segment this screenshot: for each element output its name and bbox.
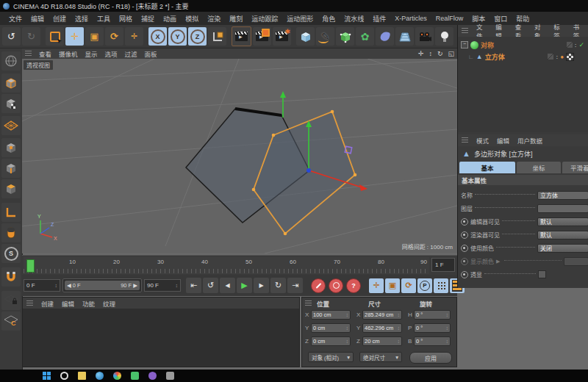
object-name[interactable]: 立方体 — [485, 52, 505, 62]
play-button[interactable]: ▶ — [237, 278, 252, 293]
render-view-button[interactable] — [232, 26, 251, 46]
vp-menu-display[interactable]: 显示 — [85, 49, 98, 58]
attr-menu-edit[interactable]: 编辑 — [497, 136, 509, 145]
mat-menu-edit[interactable]: 编辑 — [62, 299, 74, 308]
menu-mesh[interactable]: 网格 — [115, 14, 137, 24]
radio-icon[interactable] — [461, 231, 468, 239]
coord-mode-dropdown[interactable]: 对象 (相对)▾ — [308, 352, 354, 362]
ruler-strip[interactable]: 0 10 20 30 40 50 60 70 80 90 — [24, 257, 429, 274]
go-to-end-button[interactable]: ⇥ — [287, 278, 303, 293]
tab-phong[interactable]: 平滑着色 — [562, 162, 588, 173]
start-frame-field[interactable]: 0 F↕ — [24, 279, 60, 292]
edge-browser-icon[interactable] — [96, 372, 104, 380]
vp-menu-view[interactable]: 查看 — [39, 49, 51, 58]
render-region-button[interactable] — [253, 27, 271, 46]
key-scale-toggle[interactable]: ▣ — [385, 278, 400, 293]
vp-rotate-icon[interactable]: ↻ — [437, 50, 443, 57]
lock-workplane-button[interactable] — [1, 291, 21, 310]
search-icon[interactable] — [60, 372, 68, 380]
y-axis-lock-button[interactable]: Y — [168, 27, 187, 46]
scale-tool-button[interactable]: ▣ — [85, 27, 104, 46]
panel-grip-icon[interactable] — [25, 51, 32, 57]
next-frame-button[interactable]: ▶ — [254, 278, 269, 293]
vp-menu-panel[interactable]: 面板 — [145, 49, 157, 58]
x-axis-lock-button[interactable]: X — [148, 27, 167, 46]
vp-zoom-icon[interactable]: ↕ — [429, 50, 432, 57]
menu-file[interactable]: 文件 — [4, 14, 26, 24]
render-settings-button[interactable]: ✱ — [273, 27, 291, 46]
snapping-button[interactable] — [1, 267, 21, 286]
keyframe-selection-button[interactable]: ? — [346, 278, 361, 293]
floor-environment-button[interactable] — [395, 27, 414, 46]
editor-visibility-dropdown[interactable]: 默认 — [537, 217, 588, 226]
pos-x-field[interactable]: 100 cm↕ — [311, 310, 351, 320]
visibility-dots-icon[interactable]: : — [556, 54, 558, 60]
points-mode-button[interactable] — [1, 138, 21, 157]
apply-button[interactable]: 应用 — [409, 352, 452, 364]
key-pla-toggle[interactable] — [434, 278, 448, 293]
size-mode-dropdown[interactable]: 绝对尺寸▾ — [359, 352, 402, 362]
polygons-mode-button[interactable] — [1, 179, 21, 198]
rot-p-field[interactable]: 0 °↕ — [414, 323, 451, 333]
visibility-dots-icon[interactable]: : — [575, 42, 577, 48]
pos-y-field[interactable]: 0 cm↕ — [311, 323, 351, 333]
attr-menu-mode[interactable]: 模式 — [476, 136, 489, 145]
radio-icon[interactable] — [461, 271, 468, 278]
menu-animate[interactable]: 动画 — [159, 14, 181, 24]
timeline-ruler[interactable]: 0 10 20 30 40 50 60 70 80 90 1 F — [22, 255, 457, 275]
menu-edit[interactable]: 编辑 — [26, 14, 49, 24]
app-purple-icon[interactable] — [148, 372, 157, 380]
spline-pen-button[interactable]: ✎ — [316, 27, 334, 46]
edges-mode-button[interactable] — [1, 159, 21, 178]
loop-button[interactable]: ↻ — [270, 278, 286, 293]
name-field[interactable]: 立方体 — [537, 191, 588, 200]
symmetry-y-axis-arrow[interactable] — [280, 91, 286, 118]
undo-button[interactable]: ↺ — [2, 27, 21, 46]
playhead[interactable] — [26, 259, 35, 273]
key-position-toggle[interactable]: ✛ — [369, 278, 384, 293]
app-green-icon[interactable] — [131, 372, 139, 380]
soft-selection-button[interactable]: S — [1, 244, 21, 263]
menu-character[interactable]: 角色 — [318, 14, 340, 24]
deformer-button[interactable] — [376, 27, 394, 46]
spinner-icon[interactable]: ↕ — [176, 283, 179, 288]
menu-create[interactable]: 创建 — [49, 14, 71, 24]
object-row-cube[interactable]: ∟ ▲ 立方体 : ● — [468, 51, 584, 62]
panel-grip-icon[interactable] — [462, 137, 468, 143]
array-generator-button[interactable]: ✿ — [356, 27, 374, 46]
phong-tag-icon[interactable]: ● — [560, 54, 564, 60]
menu-motion-tracker[interactable]: 运动跟踪 — [247, 14, 282, 24]
viewport-3d[interactable]: Y X Z 透视视图 网格间距 : 1000 cm — [22, 59, 457, 253]
light-button[interactable] — [435, 27, 453, 46]
display-color-swatch[interactable] — [564, 257, 588, 266]
menu-mograph[interactable]: 运动图形 — [282, 14, 318, 24]
menu-snap[interactable]: 捕捉 — [137, 14, 159, 24]
size-y-field[interactable]: 462.296 cm↕ — [362, 323, 402, 333]
mat-menu-function[interactable]: 功能 — [82, 299, 95, 308]
autokey-button[interactable] — [329, 278, 343, 293]
key-rotation-toggle[interactable]: ⟳ — [401, 278, 416, 293]
vp-maximize-icon[interactable]: ◱ — [448, 50, 454, 57]
model-mode-button[interactable] — [1, 73, 21, 93]
move-tool-button[interactable]: ✛ — [65, 27, 84, 46]
planar-workplane-button[interactable]: C — [1, 311, 21, 331]
object-name[interactable]: 对称 — [481, 40, 494, 50]
tab-coordinates[interactable]: 坐标 — [517, 162, 561, 173]
make-editable-button[interactable] — [1, 51, 21, 71]
rot-h-field[interactable]: 0 °↕ — [414, 310, 451, 320]
rot-b-field[interactable]: 0 °↕ — [414, 336, 451, 346]
panel-grip-icon[interactable] — [305, 300, 312, 306]
folder-icon[interactable] — [78, 372, 86, 380]
enable-axis-button[interactable] — [1, 203, 21, 222]
frame-range-slider[interactable]: ◀ 0 F 90 F ▶ — [62, 278, 142, 292]
menu-tools[interactable]: 工具 — [93, 14, 115, 24]
go-to-start-button[interactable]: ⇤ — [186, 278, 201, 293]
layer-swatch-icon[interactable] — [548, 54, 553, 60]
menu-plugins[interactable]: 插件 — [368, 14, 390, 24]
xray-checkbox[interactable] — [538, 270, 546, 278]
viewport-tweak-button[interactable] — [1, 223, 21, 242]
size-z-field[interactable]: 20 cm↕ — [362, 336, 402, 346]
vp-menu-cameras[interactable]: 摄像机 — [59, 49, 78, 58]
radio-icon[interactable] — [461, 218, 468, 226]
render-visibility-dropdown[interactable]: 默认 — [537, 231, 588, 239]
